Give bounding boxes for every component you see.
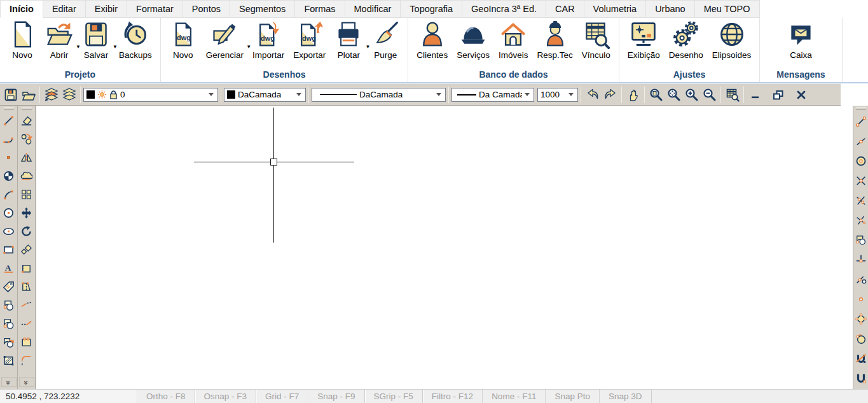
snap-settings-button[interactable] xyxy=(854,368,868,388)
ortho-toggle[interactable]: Ortho - F8 xyxy=(137,390,195,403)
hatch-button[interactable] xyxy=(1,351,17,370)
snap-nearest-button[interactable] xyxy=(854,329,868,348)
osnap-toggle[interactable]: Osnap - F3 xyxy=(195,390,257,403)
tab-car[interactable]: CAR xyxy=(546,0,584,18)
ellipse-button[interactable] xyxy=(1,222,17,241)
snap-node-button[interactable] xyxy=(854,289,868,309)
snap-quadrant-button[interactable] xyxy=(854,309,868,329)
move-button[interactable] xyxy=(18,204,35,222)
tab-modificar[interactable]: Modificar xyxy=(345,0,401,18)
minimize-drawing-button[interactable] xyxy=(747,86,764,103)
region-subtract-button[interactable] xyxy=(1,315,17,333)
redo-button[interactable] xyxy=(602,86,619,103)
message-box-button[interactable]: Caixa xyxy=(782,18,819,60)
color-combo[interactable]: DaCamada xyxy=(224,88,306,102)
drawing-canvas[interactable] xyxy=(36,106,853,389)
sgrip-toggle[interactable]: SGrip - F5 xyxy=(365,390,423,403)
text-button[interactable]: A xyxy=(1,259,17,278)
toolbar-grip[interactable] xyxy=(22,108,32,110)
note-button[interactable] xyxy=(18,333,35,351)
more-draw-tools-button[interactable]: » xyxy=(1,377,17,387)
new-drawing-button[interactable]: dwg Novo xyxy=(165,18,202,60)
toolbar-grip[interactable] xyxy=(4,108,14,110)
polyline-button[interactable] xyxy=(1,130,17,148)
nome-toggle[interactable]: Nome - F11 xyxy=(483,390,546,403)
region-button[interactable] xyxy=(1,296,17,315)
tab-inicio[interactable]: Início xyxy=(0,0,43,18)
clients-button[interactable]: Clientes xyxy=(412,18,452,60)
zoom-in-button[interactable] xyxy=(683,86,700,103)
undo-button[interactable] xyxy=(584,86,601,103)
tab-pontos[interactable]: Pontos xyxy=(183,0,230,18)
snap-apparent-intersection-button[interactable] xyxy=(854,190,868,210)
point-button[interactable] xyxy=(1,148,17,167)
open-button[interactable] xyxy=(20,86,37,103)
purge-button[interactable]: Purge xyxy=(367,18,404,60)
position-button[interactable] xyxy=(1,167,17,185)
layer-manager-button[interactable] xyxy=(43,86,60,103)
lock-icon[interactable] xyxy=(109,90,118,99)
snap-toggle[interactable]: Snap - F9 xyxy=(308,390,364,403)
break-at-point-button[interactable] xyxy=(18,315,35,333)
pan-button[interactable] xyxy=(624,86,642,103)
scale-combo[interactable]: 1000 xyxy=(537,88,578,102)
new-project-button[interactable]: Novo xyxy=(4,18,41,60)
snap-3d-toggle[interactable]: Snap 3D xyxy=(600,390,652,403)
link-button[interactable]: Vínculo xyxy=(577,18,615,60)
rotate-button[interactable] xyxy=(18,222,35,241)
circle-button[interactable] xyxy=(1,204,17,222)
table-search-button[interactable] xyxy=(724,86,741,103)
lineweight-combo[interactable]: Da Camada xyxy=(451,88,534,102)
tag-button[interactable] xyxy=(1,278,17,296)
stretch-button[interactable] xyxy=(18,259,35,278)
manage-drawings-button[interactable]: Gerenciar ▼ xyxy=(202,18,248,60)
toolbar-grip[interactable] xyxy=(856,108,866,110)
snap-midpoint-button[interactable] xyxy=(854,131,868,151)
tab-exibir[interactable]: Exibir xyxy=(86,0,127,18)
restore-drawing-button[interactable] xyxy=(769,86,787,103)
snap-intersection-button[interactable] xyxy=(854,171,868,190)
linetype-combo[interactable]: DaCamada xyxy=(312,88,446,102)
rotate-copy-button[interactable] xyxy=(18,241,35,259)
filtro-toggle[interactable]: Filtro - F12 xyxy=(423,390,483,403)
snap-endpoint-button[interactable] xyxy=(854,111,868,131)
services-button[interactable]: Serviços xyxy=(452,18,494,60)
ellipsoids-button[interactable]: Elipsoides xyxy=(708,18,756,60)
snap-tangent-button[interactable] xyxy=(854,269,868,289)
tab-geoincra[interactable]: GeoIncra 3ª Ed. xyxy=(462,0,546,18)
responsible-tech-button[interactable]: Resp.Tec xyxy=(532,18,577,60)
mirror-button[interactable] xyxy=(18,148,35,167)
tab-formas[interactable]: Formas xyxy=(295,0,345,18)
sun-icon[interactable] xyxy=(97,90,107,99)
layer-combo[interactable]: 0 xyxy=(83,88,218,102)
layer-states-button[interactable] xyxy=(60,86,78,103)
snap-pto-toggle[interactable]: Snap Pto xyxy=(546,390,600,403)
tab-urbano[interactable]: Urbano xyxy=(646,0,695,18)
snap-center-button[interactable] xyxy=(854,151,868,171)
backups-button[interactable]: Backups xyxy=(114,18,156,60)
tab-segmentos[interactable]: Segmentos xyxy=(230,0,295,18)
revision-cloud-button[interactable] xyxy=(18,167,35,185)
plot-button[interactable]: Plotar ▼ xyxy=(330,18,367,60)
snap-perpendicular-button[interactable] xyxy=(854,250,868,269)
scale-button[interactable] xyxy=(18,278,35,296)
open-project-button[interactable]: Abrir ▼ xyxy=(41,18,78,60)
more-modify-tools-button[interactable]: » xyxy=(19,377,34,387)
tab-meu-topo[interactable]: Meu TOPO xyxy=(695,0,760,18)
break-button[interactable] xyxy=(18,296,35,315)
rectangle-button[interactable] xyxy=(1,241,17,259)
line-button[interactable] xyxy=(1,111,17,130)
import-dwg-button[interactable]: dwg Importar xyxy=(248,18,289,60)
snap-none-button[interactable] xyxy=(854,348,868,368)
copy-button[interactable] xyxy=(18,130,35,148)
tab-topografia[interactable]: Topografia xyxy=(401,0,462,18)
save-project-button[interactable]: Salvar ▼ xyxy=(78,18,114,60)
array-button[interactable] xyxy=(18,185,35,204)
arc-button[interactable] xyxy=(1,185,17,204)
save-button[interactable] xyxy=(2,86,19,103)
zoom-out-button[interactable] xyxy=(701,86,718,103)
erase-button[interactable] xyxy=(18,111,35,130)
tab-formatar[interactable]: Formatar xyxy=(127,0,183,18)
properties-button[interactable]: Imóveis xyxy=(494,18,533,60)
region-copy-button[interactable] xyxy=(1,333,17,351)
